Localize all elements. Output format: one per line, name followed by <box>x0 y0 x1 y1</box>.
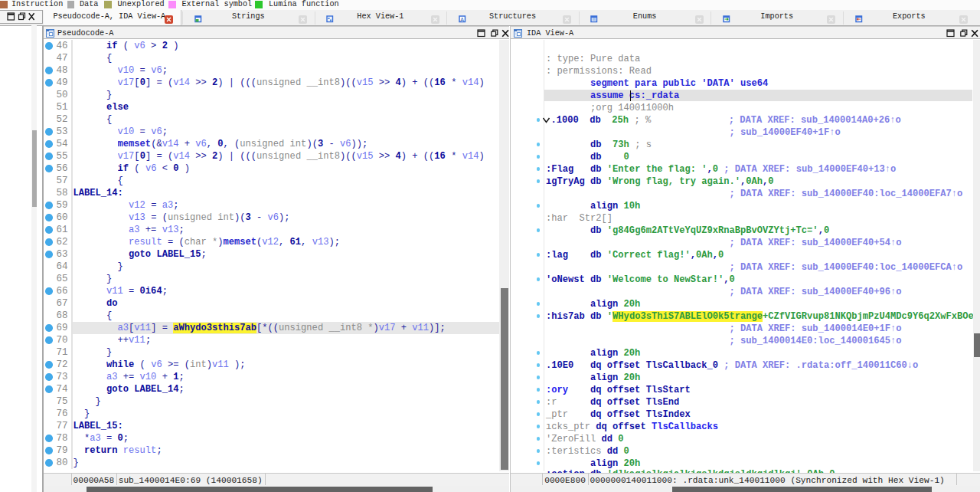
svg-text:A: A <box>460 17 464 22</box>
